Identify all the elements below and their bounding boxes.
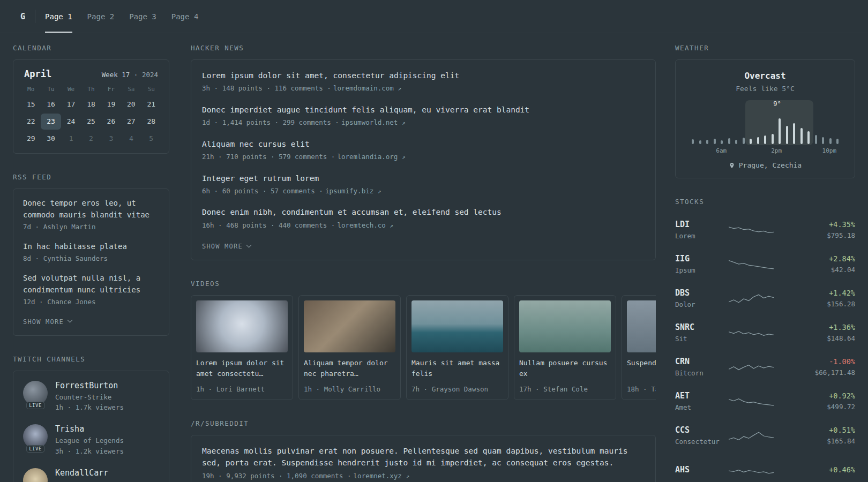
hn-item-domain-link[interactable]: ipsumworld.net ↗ xyxy=(341,118,406,126)
video-title[interactable]: Lorem ipsum dolor sit amet consectetu… xyxy=(196,358,288,380)
twitch-channel-link[interactable]: LIVETrishaLeague of Legends3h · 1.2k vie… xyxy=(23,424,159,456)
tab-page-2[interactable]: Page 2 xyxy=(87,0,115,33)
hn-item-title[interactable]: Integer eget rutrum lorem xyxy=(202,172,645,184)
show-more-label: SHOW MORE xyxy=(202,243,243,250)
stock-figures: +2.84%$42.04 xyxy=(829,254,855,275)
calendar-day: 5 xyxy=(141,131,161,147)
stock-identity: IIGIpsum xyxy=(675,254,729,275)
video-title[interactable]: Suspendisse diam xyxy=(627,358,656,380)
stock-row[interactable]: DBSDolor+1.42%$156.28 xyxy=(675,282,855,316)
hn-item: Aliquam nec cursus elit21h · 710 points … xyxy=(202,138,645,162)
stock-ticker: AHS xyxy=(675,465,729,475)
weather-bar xyxy=(699,140,701,144)
stock-row[interactable]: AHS+0.46% xyxy=(675,453,855,482)
videos-widget: VIDEOS Lorem ipsum dolor sit amet consec… xyxy=(191,280,656,400)
hn-item-meta: 21h · 710 points · 579 comments ·loremla… xyxy=(202,152,645,162)
chevron-down-icon xyxy=(246,242,251,247)
stock-change: -1.00% xyxy=(815,357,855,366)
hn-item-stats: 6h · 60 points · 57 comments · xyxy=(202,187,323,195)
video-title[interactable]: Aliquam tempor dolor nec pharetra… xyxy=(304,358,395,380)
twitch-channel-link[interactable]: LIVEForrestBurtonCounter-Strike1h · 1.7k… xyxy=(23,381,159,413)
subreddit-card: Maecenas mollis pulvinar erat non posuer… xyxy=(191,435,656,482)
rss-item-meta: 7d · Ashlyn Martin xyxy=(23,222,159,232)
weather-bar xyxy=(706,140,708,144)
twitch-widget: TWITCH CHANNELS LIVEForrestBurtonCounter… xyxy=(13,355,169,482)
hn-item-title[interactable]: Donec enim nibh, condimentum et accumsan… xyxy=(202,206,645,218)
calendar-widget-title: CALENDAR xyxy=(13,44,169,52)
weather-chart: 9°6am2pm10pm xyxy=(690,101,841,155)
channel-game: Counter-Strike xyxy=(55,392,124,402)
weather-bar xyxy=(735,140,737,144)
hn-item-title[interactable]: Lorem ipsum dolor sit amet, consectetur … xyxy=(202,70,645,81)
stock-figures: +4.35%$795.18 xyxy=(827,220,855,240)
stock-row[interactable]: IIGIpsum+2.84%$42.04 xyxy=(675,247,855,282)
calendar-header: April Week 17 · 2024 xyxy=(21,69,161,79)
hn-item-stats: 21h · 710 points · 579 comments · xyxy=(202,153,335,161)
stock-row[interactable]: LDILorem+4.35%$795.18 xyxy=(675,213,855,247)
rss-item-title[interactable]: In hac habitasse platea xyxy=(23,241,159,253)
top-nav-bar: G Page 1Page 2Page 3Page 4 xyxy=(0,0,868,33)
stock-name: Ipsum xyxy=(675,265,729,275)
twitch-widget-title: TWITCH CHANNELS xyxy=(13,355,169,363)
rss-widget: RSS FEED Donec tempor eros leo, ut commo… xyxy=(13,173,169,336)
twitch-channel-link[interactable]: LIVEKendallCarr xyxy=(23,468,159,482)
stock-ticker: LDI xyxy=(675,220,729,229)
hn-item-title[interactable]: Donec imperdiet augue tincidunt felis al… xyxy=(202,104,645,116)
stock-ticker: CRN xyxy=(675,357,729,366)
stock-name: Lorem xyxy=(675,231,729,241)
tab-page-3[interactable]: Page 3 xyxy=(129,0,156,33)
live-badge: LIVE xyxy=(26,402,44,409)
stock-ticker: CCS xyxy=(675,425,729,435)
external-link-icon: ↗ xyxy=(398,85,401,92)
stock-sparkline xyxy=(729,325,774,342)
video-title[interactable]: Nullam posuere cursus ex xyxy=(519,358,611,380)
video-thumbnail[interactable] xyxy=(304,300,395,352)
rss-item-title[interactable]: Sed volutpat nulla nisl, a condimentum n… xyxy=(23,273,159,296)
stock-identity: CCSConsectetur xyxy=(675,425,729,447)
tab-page-1[interactable]: Page 1 xyxy=(45,0,72,33)
stock-ticker: SNRC xyxy=(675,322,729,332)
stock-ticker: IIG xyxy=(675,254,729,263)
video-thumbnail[interactable] xyxy=(196,300,288,352)
hn-item-domain-link[interactable]: loremtech.co ↗ xyxy=(337,221,393,229)
stock-row[interactable]: CCSConsectetur+0.51%$165.84 xyxy=(675,419,855,453)
calendar-day: 4 xyxy=(121,131,141,147)
stock-row[interactable]: SNRCSit+1.36%$148.64 xyxy=(675,316,855,350)
nav-divider xyxy=(35,10,35,23)
video-card: Nullam posuere cursus ex17h · Stefan Col… xyxy=(514,295,616,400)
rss-item: Donec tempor eros leo, ut commodo mauris… xyxy=(23,198,159,232)
rss-show-more-button[interactable]: SHOW MORE xyxy=(23,316,72,329)
calendar-day: 29 xyxy=(21,131,41,147)
stock-figures: +1.42%$156.28 xyxy=(827,289,855,309)
stock-figures: +0.46% xyxy=(829,465,855,476)
show-more-label: SHOW MORE xyxy=(23,318,64,326)
rss-item-title[interactable]: Donec tempor eros leo, ut commodo mauris… xyxy=(23,198,159,221)
channel-viewers: 1h · 1.7k viewers xyxy=(55,402,124,412)
video-thumbnail[interactable] xyxy=(411,300,503,352)
hn-item: Donec enim nibh, condimentum et accumsan… xyxy=(202,206,645,230)
hn-item-title[interactable]: Aliquam nec cursus elit xyxy=(202,138,645,150)
external-link-icon: ↗ xyxy=(406,473,409,480)
weather-bar xyxy=(779,118,781,144)
stock-row[interactable]: CRNBitcorn-1.00%$66,171.48 xyxy=(675,350,855,385)
video-thumbnail[interactable] xyxy=(519,300,611,352)
video-thumbnail[interactable] xyxy=(627,300,656,352)
weather-bar xyxy=(836,139,839,144)
weather-bar xyxy=(728,138,730,144)
app-logo[interactable]: G xyxy=(19,0,31,33)
calendar-week-number: Week 17 xyxy=(102,71,130,79)
channel-avatar: LIVE xyxy=(23,424,48,449)
hn-item-domain-link[interactable]: loremdomain.com ↗ xyxy=(333,84,401,92)
hn-item: Donec imperdiet augue tincidunt felis al… xyxy=(202,104,645,128)
video-title[interactable]: Mauris sit amet massa felis xyxy=(411,358,503,380)
subreddit-post-title[interactable]: Maecenas mollis pulvinar erat non posuer… xyxy=(202,445,645,469)
hn-item-domain-link[interactable]: ipsumify.biz ↗ xyxy=(325,187,381,195)
tab-page-4[interactable]: Page 4 xyxy=(171,0,199,33)
hn-item-domain-link[interactable]: loremlandia.org ↗ xyxy=(337,153,405,161)
calendar-day: 20 xyxy=(121,96,141,112)
hackernews-show-more-button[interactable]: SHOW MORE xyxy=(202,240,251,253)
stock-row[interactable]: AETAmet+0.92%$499.72 xyxy=(675,385,855,419)
calendar-day: 1 xyxy=(61,131,81,147)
weather-bar xyxy=(714,139,716,144)
subreddit-post-domain-link[interactable]: loremnet.xyz ↗ xyxy=(354,472,409,480)
